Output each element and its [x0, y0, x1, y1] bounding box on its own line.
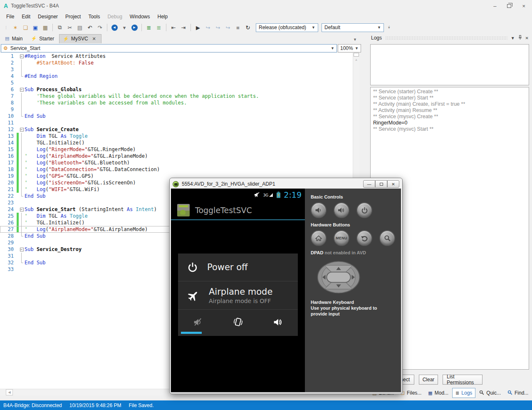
fold-minus-box[interactable]: − [20, 248, 24, 251]
close-tab-icon[interactable]: ✕ [92, 36, 96, 42]
editor-zoom-dropdown[interactable]: 100% ▼ [338, 44, 361, 52]
vibrate-mode-button[interactable] [233, 317, 243, 328]
emulator-close-button[interactable]: ✕ [387, 180, 399, 188]
save-icon[interactable]: ▣ [31, 23, 40, 32]
code-line[interactable]: 17' Log("Bluetooth="&TGL.Bluetooth) [0, 159, 353, 166]
redo-icon[interactable]: ↷ [95, 23, 104, 32]
menu-item-tools[interactable]: Tools [84, 12, 104, 21]
code-line[interactable]: 16' Log("AirplaneMode="&TGL.AirplaneMode… [0, 153, 353, 159]
code-line[interactable]: 1−#Region Service Attributes [0, 53, 353, 60]
paste-icon[interactable]: ▤ [75, 23, 84, 32]
code-line[interactable]: 5 [0, 80, 353, 86]
copy-icon[interactable]: ⧉ [55, 23, 64, 32]
tab-starter[interactable]: ⚡Starter [27, 34, 59, 43]
pin-icon[interactable] [518, 35, 522, 41]
step-over-icon[interactable]: ↪ [213, 23, 223, 32]
power-off-option[interactable]: Power off [178, 253, 298, 281]
export-icon[interactable]: ▦ [41, 23, 50, 32]
restore-button[interactable] [507, 4, 511, 8]
panel-drag-hatch[interactable] [385, 36, 507, 40]
indent-icon[interactable]: ⇥ [179, 23, 188, 32]
code-line[interactable]: 11 [0, 119, 353, 126]
menu-item-designer[interactable]: Designer [34, 12, 62, 21]
dpad-control[interactable] [317, 261, 361, 294]
back-history-caret-icon[interactable]: ▾ [120, 23, 129, 32]
toolbar-overflow-icon[interactable]: ▾́ [388, 25, 390, 30]
code-line[interactable]: 6−Sub Process_Globals [0, 86, 353, 93]
menu-item-edit[interactable]: Edit [18, 12, 34, 21]
fold-collapse-icon[interactable]: − [19, 246, 25, 253]
code-line[interactable]: 18' Log("DataConnection="&TGL.DataConnec… [0, 166, 353, 173]
fold-minus-box[interactable]: − [20, 88, 24, 92]
step-into-icon[interactable]: ↪ [203, 23, 213, 32]
code-line[interactable]: 13 Dim TGL As Toggle [0, 133, 353, 139]
fold-collapse-icon[interactable]: − [19, 126, 25, 133]
volume-down-button[interactable] [311, 202, 327, 218]
list-permissions-button[interactable]: List Permissions [443, 375, 483, 385]
menu-item-project[interactable]: Project [62, 12, 84, 21]
code-line[interactable]: 8 'These variables can be accessed from … [0, 99, 353, 106]
fold-collapse-icon[interactable]: − [19, 53, 25, 60]
volume-up-button[interactable] [334, 202, 349, 218]
airplane-mode-option[interactable]: Airplane mode Airplane mode is OFF [178, 281, 298, 309]
log-entry[interactable]: ** Service (starter) Create ** [373, 89, 526, 95]
fold-minus-box[interactable]: − [20, 128, 24, 132]
menu-item-file[interactable]: File [2, 12, 18, 21]
clear-button[interactable]: Clear [419, 375, 438, 385]
tab-mysvc[interactable]: ⚡MySVC✕ [59, 34, 101, 43]
new-file-icon[interactable]: ✶ [11, 23, 20, 32]
navigate-back-icon[interactable]: ◀ [110, 23, 119, 32]
emulator-minimize-button[interactable]: — [363, 180, 375, 188]
open-folder-icon[interactable]: ❏ [21, 23, 30, 32]
stop-icon[interactable]: ■ [233, 23, 242, 32]
code-line[interactable]: 4#End Region [0, 73, 353, 80]
step-out-icon[interactable]: ↪ [223, 23, 233, 32]
tab-main[interactable]: ▤Main [2, 34, 27, 43]
uncomment-icon[interactable]: ≣ [154, 23, 163, 32]
cut-icon[interactable]: ✂ [65, 23, 74, 32]
power-button[interactable] [356, 202, 372, 218]
undo-icon[interactable]: ↶ [85, 23, 94, 32]
menu-item-help[interactable]: Help [154, 12, 172, 21]
bottom-tab-mod[interactable]: ▦Mod... [425, 388, 451, 398]
code-line[interactable]: 15 Log("RingerMode="&TGL.RingerMode) [0, 146, 353, 153]
close-button[interactable]: × [522, 3, 525, 9]
silent-mode-button[interactable] [193, 318, 203, 328]
fold-minus-box[interactable]: − [20, 208, 24, 211]
menu-item-windows[interactable]: Windows [126, 12, 154, 21]
fold-minus-box[interactable]: − [20, 55, 24, 58]
sound-on-button[interactable] [273, 318, 283, 328]
log-entry[interactable]: ** Activity (main) Create, isFirst = tru… [373, 101, 526, 107]
comment-icon[interactable]: ≣ [144, 23, 153, 32]
home-button[interactable] [311, 230, 327, 246]
build-config-dropdown[interactable]: Release (obfuscated) ▼ [256, 23, 318, 32]
code-line[interactable]: 7 'These global variables will be declar… [0, 93, 353, 99]
code-line[interactable]: 9 [0, 106, 353, 113]
emulator-restore-button[interactable] [375, 180, 387, 188]
code-line[interactable]: 14 TGL.Initialize() [0, 139, 353, 146]
toolbar-grip[interactable]: ⋮ [4, 25, 8, 30]
run-icon[interactable]: ▶ [193, 23, 203, 32]
fold-collapse-icon[interactable]: − [19, 86, 25, 93]
code-line[interactable]: 10End Sub [0, 113, 353, 119]
bottom-tab-logs[interactable]: ≣Logs [452, 388, 475, 398]
logs-filter-box[interactable] [370, 44, 529, 85]
sub-selector-dropdown[interactable]: ⚙ Service_Start ▼ [1, 44, 337, 52]
menu-button[interactable]: MENU [334, 230, 349, 246]
close-panel-icon[interactable]: ✕ [525, 36, 529, 40]
rebuild-icon[interactable]: ↻ [243, 23, 252, 32]
code-line[interactable]: 3 [0, 66, 353, 73]
outdent-icon[interactable]: ⇤ [169, 23, 178, 32]
log-entry[interactable]: ** Service (starter) Start ** [373, 95, 526, 101]
phone-screen[interactable]: 3G 2:19 ToggleTestSVC Power off [171, 189, 305, 392]
code-line[interactable]: 2 #StartAtBoot: False [0, 60, 353, 66]
panel-menu-caret-icon[interactable]: ▼ [511, 36, 515, 40]
log-entry[interactable]: ** Service (mysvc) Create ** [373, 114, 526, 120]
back-button[interactable] [356, 230, 372, 246]
emulator-title-bar[interactable]: 5554:AVD_for_3_2in_HVGA_slider_ADP1 — ✕ [171, 179, 401, 189]
search-button[interactable] [379, 230, 395, 246]
log-entry[interactable]: ** Service (mysvc) Start ** [373, 126, 526, 132]
fold-collapse-icon[interactable]: − [19, 206, 25, 213]
code-line[interactable]: 12−Sub Service_Create [0, 126, 353, 133]
document-list-caret-icon[interactable]: ▼ [353, 37, 357, 42]
